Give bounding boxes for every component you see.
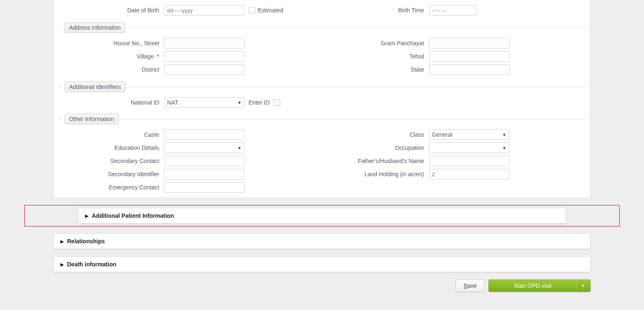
caret-right-icon: ▶ [60,239,64,244]
secondary-contact-label: Secondary Contact [57,158,164,164]
emergency-contact-label: Emergency Contact [57,184,164,191]
caste-input[interactable] [164,129,244,140]
caret-right-icon: ▶ [60,262,64,267]
state-label: State [322,66,429,73]
dob-input[interactable] [164,5,244,16]
chevron-down-icon: ▼ [237,100,242,105]
panel-title: Death information [67,261,116,268]
birth-time-label: Birth Time [322,7,429,14]
panel-title: Relationships [67,238,105,245]
chevron-down-icon: ▼ [237,146,242,150]
occupation-select[interactable]: ▼ [429,142,509,153]
education-select[interactable]: ▼ [164,142,244,153]
emergency-contact-input[interactable] [164,182,244,193]
class-label: Class [322,131,429,138]
caste-label: Caste [57,131,164,138]
enter-id-checkbox[interactable] [274,99,280,106]
national-id-value: NAT [167,99,178,106]
identifiers-legend: Additional Identifiers [65,82,126,92]
father-label: Father's/Husband's Name [322,158,429,164]
panel-additional-patient-info[interactable]: ▶ Additional Patient Information [78,208,566,224]
class-select[interactable]: General ▼ [429,129,509,140]
tehsil-input[interactable] [429,51,509,62]
birth-time-input[interactable] [429,5,477,16]
save-button[interactable]: Save [456,280,484,292]
village-required: * [157,53,159,60]
dob-label: Date of Birth [57,7,164,14]
village-input[interactable] [164,51,244,62]
chevron-down-icon: ▼ [502,133,507,137]
caret-down-icon: ▼ [581,284,585,288]
panel-title: Additional Patient Information [92,212,174,219]
father-input[interactable] [429,156,509,166]
estimated-checkbox[interactable] [249,7,255,14]
tehsil-label: Tehsil [322,53,429,60]
address-legend: Address Information [65,22,125,33]
land-label: Land Holding (in acres) [322,171,429,177]
secondary-contact-input[interactable] [164,156,244,166]
other-legend: Other Information [65,114,119,124]
occupation-label: Occupation [322,145,429,151]
education-label: Education Details [57,145,164,151]
land-input[interactable] [429,169,509,179]
start-opd-visit-button[interactable]: Start OPD visit ▼ [488,280,591,292]
chevron-down-icon: ▼ [502,146,507,150]
district-input[interactable] [164,64,244,75]
gram-input[interactable] [429,38,509,49]
class-value: General [432,131,453,138]
estimated-label: Estimated [258,7,283,14]
house-input[interactable] [164,38,244,49]
state-input[interactable] [429,64,509,75]
age-label: Age [57,3,67,4]
house-label: House No., Street [57,40,164,47]
caret-right-icon: ▶ [85,214,88,218]
national-id-label: National ID [57,99,164,106]
gram-label: Gram Panchayat [322,40,429,47]
panel-relationships[interactable]: ▶ Relationships [53,233,591,249]
enter-id-label: Enter ID [249,99,270,106]
panel-death-info[interactable]: ▶ Death information [53,256,591,272]
secondary-identifier-input[interactable] [164,169,244,179]
secondary-identifier-label: Secondary Identifier [57,171,164,177]
village-label: Village * [57,53,164,60]
national-id-select[interactable]: NAT ▼ [164,97,244,108]
district-label: District [57,66,164,73]
start-opd-dropdown[interactable]: ▼ [576,280,590,291]
